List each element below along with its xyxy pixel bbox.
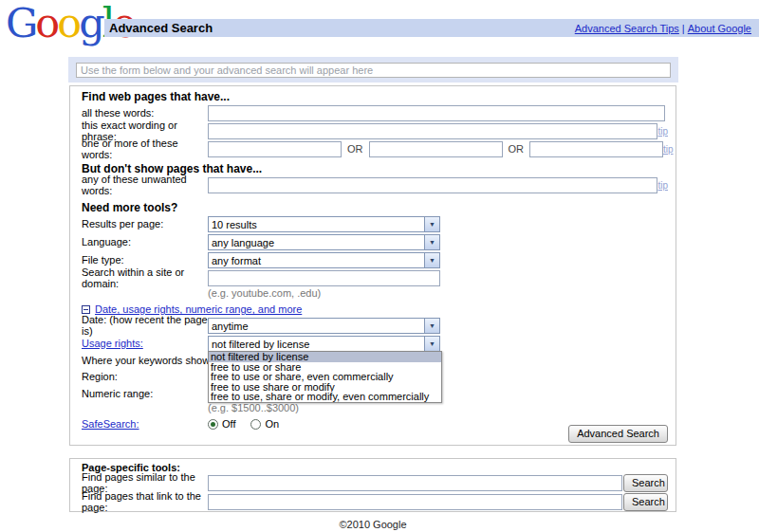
numeric-range-hint: (e.g. $1500..$3000) bbox=[208, 402, 299, 413]
unwanted-words-row: any of these unwanted words: tip bbox=[82, 176, 668, 193]
safesearch-link[interactable]: SafeSearch: bbox=[82, 418, 139, 430]
query-preview-bar bbox=[68, 57, 678, 83]
link-pages-row: Find pages that link to the page: Search bbox=[82, 493, 668, 510]
site-domain-hint-row: (e.g. youtube.com, .edu) bbox=[82, 286, 668, 299]
chevron-down-icon: ▼ bbox=[424, 319, 439, 333]
site-domain-row: Search within a site or domain: bbox=[82, 269, 668, 286]
any-words-tip-link[interactable]: tip bbox=[663, 144, 674, 155]
collapse-minus-icon[interactable] bbox=[82, 305, 90, 314]
language-value: any language bbox=[209, 235, 424, 249]
usage-rights-select[interactable]: not filtered by license ▼ bbox=[208, 336, 440, 352]
file-type-value: any format bbox=[209, 253, 424, 267]
date-select[interactable]: anytime ▼ bbox=[208, 318, 440, 334]
usage-rights-option[interactable]: not filtered by license bbox=[209, 352, 441, 362]
results-per-page-label: Results per page: bbox=[82, 218, 208, 229]
safesearch-on-radio[interactable] bbox=[250, 419, 261, 430]
chevron-down-icon: ▼ bbox=[424, 217, 439, 231]
region-label: Region: bbox=[82, 371, 208, 382]
all-words-input[interactable] bbox=[208, 105, 665, 121]
logo-letter: G bbox=[6, 0, 35, 46]
about-google-link[interactable]: About Google bbox=[688, 23, 751, 34]
file-type-select[interactable]: any format ▼ bbox=[208, 252, 440, 268]
usage-rights-link[interactable]: Usage rights: bbox=[82, 338, 143, 349]
copyright-text: ©2010 Google bbox=[69, 519, 676, 530]
safesearch-off-radio[interactable] bbox=[208, 419, 218, 430]
usage-rights-dropdown-list: not filtered by license free to use or s… bbox=[208, 351, 442, 403]
results-per-page-select[interactable]: 10 results ▼ bbox=[208, 216, 440, 232]
site-domain-hint: (e.g. youtube.com, .edu) bbox=[208, 287, 321, 299]
date-row: Date: (how recent the page is) anytime ▼ bbox=[82, 317, 668, 334]
any-words-label: one or more of these words: bbox=[82, 138, 208, 160]
chevron-down-icon: ▼ bbox=[424, 253, 439, 267]
link-pages-input[interactable] bbox=[208, 494, 622, 510]
usage-rights-option[interactable]: free to use or share, even commercially bbox=[209, 372, 441, 382]
chevron-down-icon: ▼ bbox=[424, 235, 439, 249]
similar-pages-input[interactable] bbox=[208, 475, 622, 491]
link-pages-label: Find pages that link to the page: bbox=[82, 490, 208, 513]
usage-rights-option[interactable]: free to use share or modify bbox=[209, 382, 441, 393]
any-words-input-2[interactable] bbox=[369, 141, 503, 157]
numeric-range-label: Numeric range: bbox=[82, 388, 208, 399]
usage-rights-option[interactable]: free to use, share or modify, even comme… bbox=[209, 392, 441, 402]
link-pages-search-button[interactable]: Search bbox=[623, 493, 668, 511]
or-label: OR bbox=[509, 143, 525, 155]
results-per-page-row: Results per page: 10 results ▼ bbox=[82, 215, 668, 232]
logo-letter: o bbox=[57, 0, 79, 46]
any-words-row: one or more of these words: OR OR tip bbox=[82, 140, 668, 157]
title-bar: Advanced Search Advanced Search Tips|Abo… bbox=[104, 19, 759, 37]
similar-pages-row: Find pages similar to the page: Search bbox=[82, 474, 668, 491]
unwanted-words-input[interactable] bbox=[208, 177, 657, 193]
or-label: OR bbox=[347, 143, 363, 155]
any-words-input-3[interactable] bbox=[529, 141, 663, 157]
usage-rights-value: not filtered by license bbox=[209, 337, 424, 351]
page-specific-tools: Page-specific tools: Find pages similar … bbox=[69, 458, 676, 512]
query-preview-input[interactable] bbox=[76, 63, 671, 78]
any-words-input-1[interactable] bbox=[208, 141, 342, 157]
safesearch-off-label: Off bbox=[222, 418, 235, 430]
advanced-search-form: Find web pages that have... all these wo… bbox=[69, 85, 676, 446]
chevron-down-icon: ▼ bbox=[424, 337, 439, 351]
advanced-search-button[interactable]: Advanced Search bbox=[568, 425, 668, 443]
nav-separator: | bbox=[682, 23, 685, 34]
results-per-page-value: 10 results bbox=[209, 217, 424, 231]
all-words-label: all these words: bbox=[82, 107, 208, 119]
header-nav: Advanced Search Tips|About Google bbox=[575, 23, 759, 34]
page-title: Advanced Search bbox=[104, 21, 213, 35]
file-type-label: File type: bbox=[82, 254, 208, 266]
language-label: Language: bbox=[82, 236, 208, 248]
exact-phrase-input[interactable] bbox=[208, 123, 657, 139]
advanced-search-tips-link[interactable]: Advanced Search Tips bbox=[575, 23, 679, 34]
unwanted-words-tip-link[interactable]: tip bbox=[657, 180, 668, 191]
find-heading: Find web pages that have... bbox=[82, 90, 230, 103]
language-select[interactable]: any language ▼ bbox=[208, 234, 440, 250]
similar-pages-search-button[interactable]: Search bbox=[623, 474, 668, 492]
language-row: Language: any language ▼ bbox=[82, 233, 668, 250]
exact-phrase-tip-link[interactable]: tip bbox=[657, 126, 668, 137]
unwanted-words-label: any of these unwanted words: bbox=[82, 174, 208, 196]
date-label: Date: (how recent the page is) bbox=[82, 314, 208, 337]
logo-letter: g bbox=[79, 0, 102, 46]
site-domain-input[interactable] bbox=[208, 270, 440, 286]
usage-rights-row: Usage rights: not filtered by license ▼ bbox=[82, 335, 668, 352]
date-value: anytime bbox=[209, 319, 424, 333]
usage-rights-option[interactable]: free to use or share bbox=[209, 362, 441, 373]
more-tools-heading: Need more tools? bbox=[82, 201, 177, 214]
safesearch-on-label: On bbox=[265, 418, 279, 430]
logo-letter: o bbox=[35, 0, 57, 46]
